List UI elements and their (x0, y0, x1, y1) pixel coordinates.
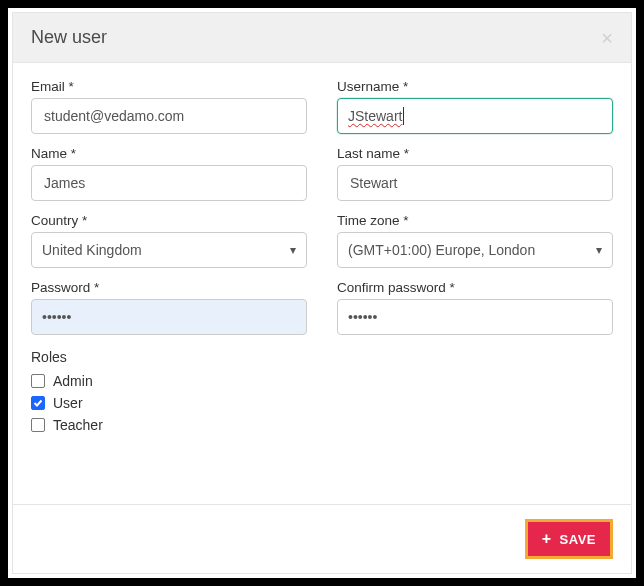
checkbox-user[interactable] (31, 396, 45, 410)
modal-title: New user (31, 27, 107, 48)
role-user[interactable]: User (31, 395, 613, 411)
role-label: Teacher (53, 417, 103, 433)
name-field-group: Name * (31, 146, 307, 201)
confirm-value: •••••• (348, 309, 377, 325)
new-user-modal: New user × Email * Username * JStewart (12, 12, 632, 574)
close-icon[interactable]: × (601, 28, 613, 48)
role-label: Admin (53, 373, 93, 389)
username-field[interactable]: JStewart (337, 98, 613, 134)
email-label: Email * (31, 79, 307, 94)
plus-icon: + (542, 531, 552, 547)
timezone-select[interactable]: (GMT+01:00) Europe, London ▾ (337, 232, 613, 268)
password-field-group: Password * •••••• (31, 280, 307, 335)
name-label: Name * (31, 146, 307, 161)
roles-section: Roles Admin User (31, 349, 613, 433)
confirm-field-group: Confirm password * •••••• (337, 280, 613, 335)
name-field[interactable] (31, 165, 307, 201)
confirm-field[interactable]: •••••• (337, 299, 613, 335)
lastname-label: Last name * (337, 146, 613, 161)
role-label: User (53, 395, 83, 411)
password-field[interactable]: •••••• (31, 299, 307, 335)
timezone-field-group: Time zone * (GMT+01:00) Europe, London ▾ (337, 213, 613, 268)
checkbox-admin[interactable] (31, 374, 45, 388)
chevron-down-icon: ▾ (290, 243, 296, 257)
country-select[interactable]: United Kingdom ▾ (31, 232, 307, 268)
confirm-label: Confirm password * (337, 280, 613, 295)
role-admin[interactable]: Admin (31, 373, 613, 389)
chevron-down-icon: ▾ (596, 243, 602, 257)
timezone-label: Time zone * (337, 213, 613, 228)
password-value: •••••• (42, 309, 71, 325)
country-value: United Kingdom (42, 242, 142, 258)
country-label: Country * (31, 213, 307, 228)
name-input[interactable] (42, 166, 296, 200)
text-caret (403, 107, 404, 125)
lastname-input[interactable] (348, 166, 602, 200)
username-label: Username * (337, 79, 613, 94)
modal-body: Email * Username * JStewart Name * (13, 63, 631, 504)
modal-footer: + SAVE (13, 504, 631, 573)
save-label: SAVE (560, 532, 596, 547)
username-field-group: Username * JStewart (337, 79, 613, 134)
country-field-group: Country * United Kingdom ▾ (31, 213, 307, 268)
lastname-field-group: Last name * (337, 146, 613, 201)
email-input[interactable] (42, 99, 296, 133)
email-field[interactable] (31, 98, 307, 134)
checkbox-teacher[interactable] (31, 418, 45, 432)
modal-header: New user × (13, 13, 631, 63)
lastname-field[interactable] (337, 165, 613, 201)
roles-title: Roles (31, 349, 613, 365)
password-label: Password * (31, 280, 307, 295)
timezone-value: (GMT+01:00) Europe, London (348, 242, 535, 258)
save-button[interactable]: + SAVE (528, 522, 610, 556)
role-teacher[interactable]: Teacher (31, 417, 613, 433)
username-text: JStewart (348, 108, 402, 124)
save-highlight: + SAVE (525, 519, 613, 559)
email-field-group: Email * (31, 79, 307, 134)
